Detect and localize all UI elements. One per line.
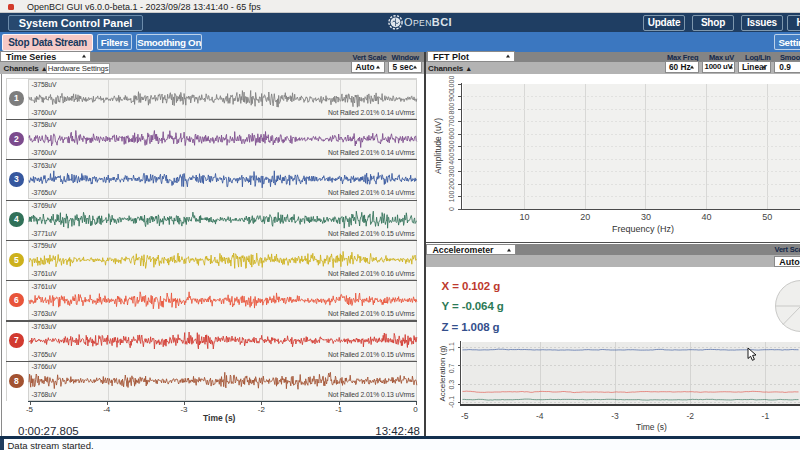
svg-text:200: 200 <box>448 178 455 190</box>
svg-text:-0.1: -0.1 <box>448 396 455 408</box>
svg-text:0.3: 0.3 <box>448 380 455 390</box>
svg-text:0.7: 0.7 <box>448 364 455 374</box>
svg-text:1.1: 1.1 <box>448 342 455 352</box>
svg-text:900: 900 <box>448 90 455 102</box>
svg-text:Acceleration (g): Acceleration (g) <box>438 345 447 401</box>
svg-text:300: 300 <box>448 165 455 177</box>
svg-text:700: 700 <box>448 115 455 127</box>
svg-text:0: 0 <box>448 207 455 211</box>
svg-text:600: 600 <box>448 128 455 140</box>
svg-text:800: 800 <box>448 103 455 115</box>
svg-text:Amplitude (uV): Amplitude (uV) <box>433 118 443 174</box>
svg-text:400: 400 <box>448 153 455 165</box>
svg-text:1000: 1000 <box>448 76 455 92</box>
svg-text:500: 500 <box>448 140 455 152</box>
svg-text:100: 100 <box>448 190 455 202</box>
